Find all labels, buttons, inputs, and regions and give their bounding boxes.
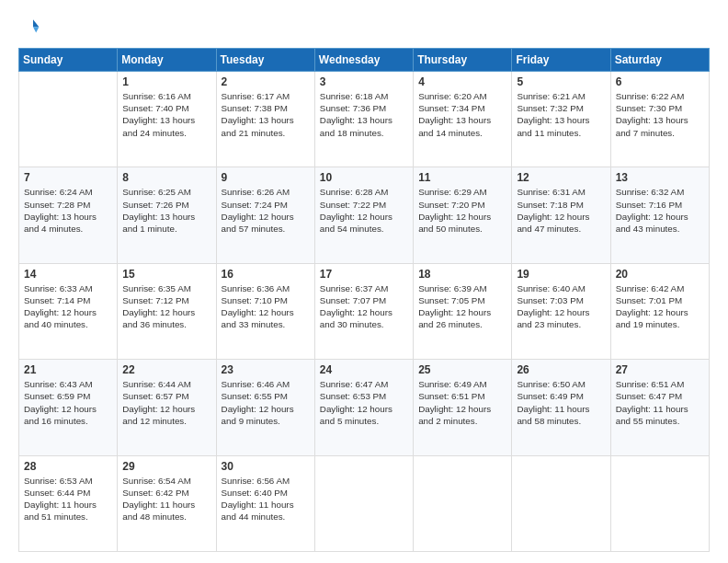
day-number: 5 (517, 75, 605, 88)
calendar-cell: 13Sunrise: 6:32 AM Sunset: 7:16 PM Dayli… (610, 167, 709, 263)
day-number: 18 (418, 268, 506, 281)
day-info: Sunrise: 6:56 AM Sunset: 6:40 PM Dayligh… (222, 475, 310, 523)
day-info: Sunrise: 6:51 AM Sunset: 6:47 PM Dayligh… (616, 378, 704, 427)
calendar-cell: 12Sunrise: 6:31 AM Sunset: 7:18 PM Dayli… (512, 167, 610, 263)
col-header-friday: Friday (512, 49, 610, 72)
day-info: Sunrise: 6:32 AM Sunset: 7:16 PM Dayligh… (616, 186, 704, 235)
day-number: 3 (320, 75, 408, 88)
calendar-cell: 8Sunrise: 6:25 AM Sunset: 7:26 PM Daylig… (118, 167, 216, 263)
col-header-saturday: Saturday (610, 49, 709, 72)
calendar-cell: 24Sunrise: 6:47 AM Sunset: 6:53 PM Dayli… (314, 360, 413, 455)
day-number: 2 (222, 75, 310, 88)
day-number: 22 (122, 363, 210, 376)
calendar-cell: 28Sunrise: 6:53 AM Sunset: 6:44 PM Dayli… (19, 455, 118, 551)
day-info: Sunrise: 6:33 AM Sunset: 7:14 PM Dayligh… (24, 282, 112, 331)
calendar-cell: 7Sunrise: 6:24 AM Sunset: 7:28 PM Daylig… (19, 167, 118, 263)
calendar-cell: 21Sunrise: 6:43 AM Sunset: 6:59 PM Dayli… (19, 360, 118, 455)
calendar-cell: 9Sunrise: 6:26 AM Sunset: 7:24 PM Daylig… (216, 167, 314, 263)
page: SundayMondayTuesdayWednesdayThursdayFrid… (0, 0, 728, 563)
calendar-cell: 19Sunrise: 6:40 AM Sunset: 7:03 PM Dayli… (512, 263, 610, 359)
day-info: Sunrise: 6:17 AM Sunset: 7:38 PM Dayligh… (222, 90, 310, 139)
day-info: Sunrise: 6:43 AM Sunset: 6:59 PM Dayligh… (24, 378, 112, 427)
day-number: 23 (222, 363, 310, 376)
calendar-cell: 25Sunrise: 6:49 AM Sunset: 6:51 PM Dayli… (414, 360, 512, 455)
day-number: 19 (517, 268, 605, 281)
col-header-tuesday: Tuesday (216, 49, 314, 72)
day-number: 25 (418, 363, 506, 376)
day-number: 20 (616, 268, 704, 281)
calendar-week-1: 7Sunrise: 6:24 AM Sunset: 7:28 PM Daylig… (19, 167, 710, 263)
day-number: 8 (122, 171, 210, 184)
day-number: 15 (122, 268, 210, 281)
calendar-table: SundayMondayTuesdayWednesdayThursdayFrid… (18, 48, 710, 552)
calendar-cell: 20Sunrise: 6:42 AM Sunset: 7:01 PM Dayli… (610, 263, 709, 359)
day-number: 7 (24, 171, 112, 184)
svg-marker-1 (33, 27, 39, 32)
calendar-cell (314, 455, 413, 551)
calendar-week-3: 21Sunrise: 6:43 AM Sunset: 6:59 PM Dayli… (19, 360, 710, 455)
day-number: 1 (122, 75, 210, 88)
calendar-cell: 6Sunrise: 6:22 AM Sunset: 7:30 PM Daylig… (610, 72, 709, 167)
calendar-week-0: 1Sunrise: 6:16 AM Sunset: 7:40 PM Daylig… (19, 72, 710, 167)
day-number: 14 (24, 268, 112, 281)
day-number: 28 (24, 460, 112, 473)
calendar-cell: 14Sunrise: 6:33 AM Sunset: 7:14 PM Dayli… (19, 263, 118, 359)
calendar-cell (19, 72, 118, 167)
calendar-cell: 5Sunrise: 6:21 AM Sunset: 7:32 PM Daylig… (512, 72, 610, 167)
day-number: 6 (616, 75, 704, 88)
day-number: 16 (222, 268, 310, 281)
calendar-cell: 26Sunrise: 6:50 AM Sunset: 6:49 PM Dayli… (512, 360, 610, 455)
logo (18, 17, 44, 39)
day-info: Sunrise: 6:37 AM Sunset: 7:07 PM Dayligh… (320, 282, 408, 331)
calendar-cell: 16Sunrise: 6:36 AM Sunset: 7:10 PM Dayli… (216, 263, 314, 359)
day-info: Sunrise: 6:46 AM Sunset: 6:55 PM Dayligh… (222, 378, 310, 427)
calendar-cell: 23Sunrise: 6:46 AM Sunset: 6:55 PM Dayli… (216, 360, 314, 455)
calendar-header-row: SundayMondayTuesdayWednesdayThursdayFrid… (19, 49, 710, 72)
day-info: Sunrise: 6:16 AM Sunset: 7:40 PM Dayligh… (122, 90, 210, 139)
calendar-week-4: 28Sunrise: 6:53 AM Sunset: 6:44 PM Dayli… (19, 455, 710, 551)
day-info: Sunrise: 6:53 AM Sunset: 6:44 PM Dayligh… (24, 475, 112, 523)
calendar-cell: 17Sunrise: 6:37 AM Sunset: 7:07 PM Dayli… (314, 263, 413, 359)
day-number: 13 (616, 171, 704, 184)
calendar-cell: 18Sunrise: 6:39 AM Sunset: 7:05 PM Dayli… (414, 263, 512, 359)
calendar-cell: 1Sunrise: 6:16 AM Sunset: 7:40 PM Daylig… (118, 72, 216, 167)
day-info: Sunrise: 6:40 AM Sunset: 7:03 PM Dayligh… (517, 282, 605, 331)
day-number: 10 (320, 171, 408, 184)
day-info: Sunrise: 6:42 AM Sunset: 7:01 PM Dayligh… (616, 282, 704, 331)
calendar-cell (512, 455, 610, 551)
calendar-cell (414, 455, 512, 551)
calendar-cell: 10Sunrise: 6:28 AM Sunset: 7:22 PM Dayli… (314, 167, 413, 263)
day-info: Sunrise: 6:18 AM Sunset: 7:36 PM Dayligh… (320, 90, 408, 139)
calendar-cell: 2Sunrise: 6:17 AM Sunset: 7:38 PM Daylig… (216, 72, 314, 167)
day-info: Sunrise: 6:28 AM Sunset: 7:22 PM Dayligh… (320, 186, 408, 235)
day-number: 27 (616, 363, 704, 376)
logo-icon (18, 17, 40, 39)
calendar-cell: 30Sunrise: 6:56 AM Sunset: 6:40 PM Dayli… (216, 455, 314, 551)
calendar-cell: 27Sunrise: 6:51 AM Sunset: 6:47 PM Dayli… (610, 360, 709, 455)
day-info: Sunrise: 6:54 AM Sunset: 6:42 PM Dayligh… (122, 475, 210, 523)
col-header-wednesday: Wednesday (314, 49, 413, 72)
day-info: Sunrise: 6:22 AM Sunset: 7:30 PM Dayligh… (616, 90, 704, 139)
day-info: Sunrise: 6:29 AM Sunset: 7:20 PM Dayligh… (418, 186, 506, 235)
day-info: Sunrise: 6:44 AM Sunset: 6:57 PM Dayligh… (122, 378, 210, 427)
day-number: 24 (320, 363, 408, 376)
calendar-cell: 15Sunrise: 6:35 AM Sunset: 7:12 PM Dayli… (118, 263, 216, 359)
day-info: Sunrise: 6:36 AM Sunset: 7:10 PM Dayligh… (222, 282, 310, 331)
day-info: Sunrise: 6:47 AM Sunset: 6:53 PM Dayligh… (320, 378, 408, 427)
day-info: Sunrise: 6:26 AM Sunset: 7:24 PM Dayligh… (222, 186, 310, 235)
header (18, 17, 710, 39)
col-header-sunday: Sunday (19, 49, 118, 72)
day-number: 12 (517, 171, 605, 184)
day-number: 30 (222, 460, 310, 473)
day-number: 9 (222, 171, 310, 184)
day-info: Sunrise: 6:21 AM Sunset: 7:32 PM Dayligh… (517, 90, 605, 139)
day-info: Sunrise: 6:24 AM Sunset: 7:28 PM Dayligh… (24, 186, 112, 235)
day-number: 21 (24, 363, 112, 376)
day-info: Sunrise: 6:25 AM Sunset: 7:26 PM Dayligh… (122, 186, 210, 235)
day-number: 11 (418, 171, 506, 184)
calendar-cell (610, 455, 709, 551)
day-number: 29 (122, 460, 210, 473)
calendar-cell: 4Sunrise: 6:20 AM Sunset: 7:34 PM Daylig… (414, 72, 512, 167)
day-info: Sunrise: 6:20 AM Sunset: 7:34 PM Dayligh… (418, 90, 506, 139)
col-header-monday: Monday (118, 49, 216, 72)
